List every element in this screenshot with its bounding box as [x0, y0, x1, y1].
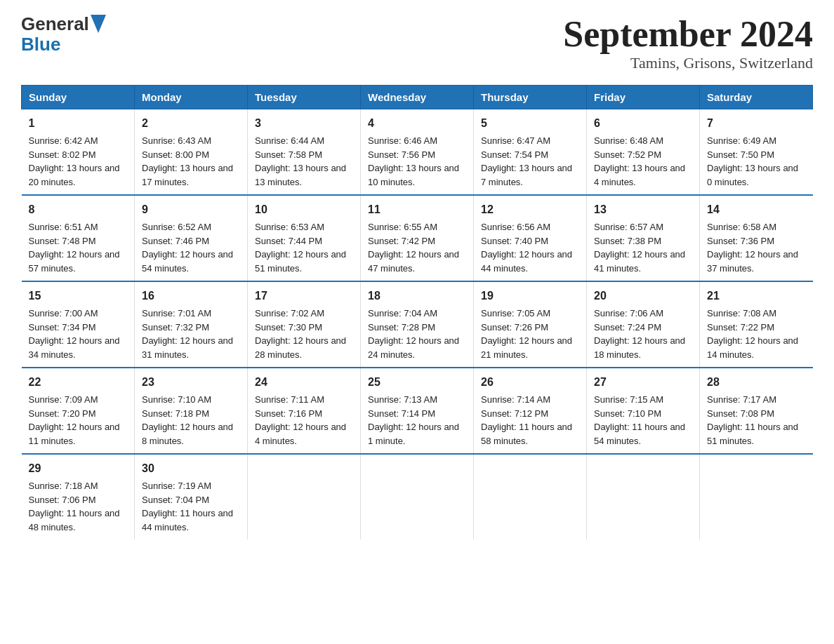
calendar-cell: [700, 454, 813, 539]
logo-general-text: General: [21, 14, 89, 34]
calendar-week-row: 15Sunrise: 7:00 AMSunset: 7:34 PMDayligh…: [22, 281, 813, 368]
calendar-cell: 15Sunrise: 7:00 AMSunset: 7:34 PMDayligh…: [22, 281, 135, 368]
calendar-cell: 16Sunrise: 7:01 AMSunset: 7:32 PMDayligh…: [135, 281, 248, 368]
calendar-cell: 18Sunrise: 7:04 AMSunset: 7:28 PMDayligh…: [361, 281, 474, 368]
calendar-cell: [587, 454, 700, 539]
calendar-cell: 3Sunrise: 6:44 AMSunset: 7:58 PMDaylight…: [248, 109, 361, 196]
calendar-cell: [361, 454, 474, 539]
calendar-week-row: 1Sunrise: 6:42 AMSunset: 8:02 PMDaylight…: [22, 109, 813, 196]
calendar-table: SundayMondayTuesdayWednesdayThursdayFrid…: [21, 85, 813, 539]
calendar-week-row: 22Sunrise: 7:09 AMSunset: 7:20 PMDayligh…: [22, 368, 813, 454]
day-info: Sunrise: 6:42 AMSunset: 8:02 PMDaylight:…: [29, 134, 128, 189]
day-info: Sunrise: 7:05 AMSunset: 7:26 PMDaylight:…: [481, 307, 579, 361]
day-number: 4: [368, 115, 466, 132]
day-number: 6: [594, 115, 692, 132]
weekday-header-sunday: Sunday: [22, 86, 135, 109]
weekday-header-monday: Monday: [135, 86, 248, 109]
day-number: 26: [481, 374, 579, 391]
logo-blue-text: Blue: [21, 34, 60, 55]
calendar-cell: 10Sunrise: 6:53 AMSunset: 7:44 PMDayligh…: [248, 195, 361, 281]
day-info: Sunrise: 6:58 AMSunset: 7:36 PMDaylight:…: [707, 220, 806, 275]
day-number: 2: [142, 115, 240, 132]
calendar-cell: 20Sunrise: 7:06 AMSunset: 7:24 PMDayligh…: [587, 281, 700, 368]
day-info: Sunrise: 6:51 AMSunset: 7:48 PMDaylight:…: [29, 220, 128, 275]
calendar-cell: 30Sunrise: 7:19 AMSunset: 7:04 PMDayligh…: [135, 454, 248, 539]
calendar-cell: 26Sunrise: 7:14 AMSunset: 7:12 PMDayligh…: [474, 368, 587, 454]
calendar-cell: 29Sunrise: 7:18 AMSunset: 7:06 PMDayligh…: [22, 454, 135, 539]
day-info: Sunrise: 7:13 AMSunset: 7:14 PMDaylight:…: [368, 393, 466, 448]
day-number: 12: [481, 201, 579, 218]
day-number: 13: [594, 201, 692, 218]
day-number: 25: [368, 374, 466, 391]
day-info: Sunrise: 6:57 AMSunset: 7:38 PMDaylight:…: [594, 220, 692, 275]
day-number: 9: [142, 201, 240, 218]
title-block: September 2024 Tamins, Grisons, Switzerl…: [563, 14, 813, 72]
calendar-cell: 4Sunrise: 6:46 AMSunset: 7:56 PMDaylight…: [361, 109, 474, 196]
day-number: 5: [481, 115, 579, 132]
day-info: Sunrise: 6:48 AMSunset: 7:52 PMDaylight:…: [594, 134, 692, 189]
day-number: 23: [142, 374, 240, 391]
calendar-cell: 24Sunrise: 7:11 AMSunset: 7:16 PMDayligh…: [248, 368, 361, 454]
calendar-cell: 11Sunrise: 6:55 AMSunset: 7:42 PMDayligh…: [361, 195, 474, 281]
day-info: Sunrise: 7:04 AMSunset: 7:28 PMDaylight:…: [368, 307, 466, 361]
calendar-cell: 7Sunrise: 6:49 AMSunset: 7:50 PMDaylight…: [700, 109, 813, 196]
calendar-cell: 2Sunrise: 6:43 AMSunset: 8:00 PMDaylight…: [135, 109, 248, 196]
page-title: September 2024: [563, 14, 813, 54]
day-info: Sunrise: 7:11 AMSunset: 7:16 PMDaylight:…: [255, 393, 353, 448]
day-info: Sunrise: 7:08 AMSunset: 7:22 PMDaylight:…: [707, 307, 806, 361]
day-number: 7: [707, 115, 806, 132]
calendar-header-row: SundayMondayTuesdayWednesdayThursdayFrid…: [22, 86, 813, 109]
day-number: 27: [594, 374, 692, 391]
day-number: 17: [255, 288, 353, 304]
calendar-cell: 1Sunrise: 6:42 AMSunset: 8:02 PMDaylight…: [22, 109, 135, 196]
day-info: Sunrise: 7:19 AMSunset: 7:04 PMDaylight:…: [142, 479, 240, 534]
calendar-cell: 14Sunrise: 6:58 AMSunset: 7:36 PMDayligh…: [700, 195, 813, 281]
calendar-cell: 23Sunrise: 7:10 AMSunset: 7:18 PMDayligh…: [135, 368, 248, 454]
day-number: 11: [368, 201, 466, 218]
day-number: 24: [255, 374, 353, 391]
logo: General Blue: [21, 14, 106, 54]
day-number: 18: [368, 288, 466, 304]
calendar-week-row: 29Sunrise: 7:18 AMSunset: 7:06 PMDayligh…: [22, 454, 813, 539]
calendar-cell: 28Sunrise: 7:17 AMSunset: 7:08 PMDayligh…: [700, 368, 813, 454]
calendar-cell: 27Sunrise: 7:15 AMSunset: 7:10 PMDayligh…: [587, 368, 700, 454]
page-subtitle: Tamins, Grisons, Switzerland: [563, 54, 813, 72]
day-info: Sunrise: 7:06 AMSunset: 7:24 PMDaylight:…: [594, 307, 692, 361]
day-number: 28: [707, 374, 806, 391]
weekday-header-tuesday: Tuesday: [248, 86, 361, 109]
page-header: General Blue September 2024 Tamins, Gris…: [21, 14, 813, 72]
day-number: 22: [29, 374, 128, 391]
calendar-cell: [248, 454, 361, 539]
day-info: Sunrise: 7:09 AMSunset: 7:20 PMDaylight:…: [29, 393, 128, 448]
day-info: Sunrise: 6:44 AMSunset: 7:58 PMDaylight:…: [255, 134, 353, 189]
day-info: Sunrise: 6:53 AMSunset: 7:44 PMDaylight:…: [255, 220, 353, 275]
day-number: 16: [142, 288, 240, 304]
calendar-cell: 6Sunrise: 6:48 AMSunset: 7:52 PMDaylight…: [587, 109, 700, 196]
day-info: Sunrise: 6:55 AMSunset: 7:42 PMDaylight:…: [368, 220, 466, 275]
calendar-cell: 25Sunrise: 7:13 AMSunset: 7:14 PMDayligh…: [361, 368, 474, 454]
day-number: 14: [707, 201, 806, 218]
calendar-cell: 12Sunrise: 6:56 AMSunset: 7:40 PMDayligh…: [474, 195, 587, 281]
logo-arrow-icon: [91, 15, 106, 33]
day-info: Sunrise: 7:00 AMSunset: 7:34 PMDaylight:…: [29, 307, 128, 361]
day-number: 19: [481, 288, 579, 304]
calendar-cell: [474, 454, 587, 539]
day-number: 8: [29, 201, 128, 218]
weekday-header-wednesday: Wednesday: [361, 86, 474, 109]
day-info: Sunrise: 7:01 AMSunset: 7:32 PMDaylight:…: [142, 307, 240, 361]
day-info: Sunrise: 6:43 AMSunset: 8:00 PMDaylight:…: [142, 134, 240, 189]
day-info: Sunrise: 7:10 AMSunset: 7:18 PMDaylight:…: [142, 393, 240, 448]
calendar-cell: 22Sunrise: 7:09 AMSunset: 7:20 PMDayligh…: [22, 368, 135, 454]
day-info: Sunrise: 6:56 AMSunset: 7:40 PMDaylight:…: [481, 220, 579, 275]
day-number: 1: [29, 115, 128, 132]
calendar-cell: 8Sunrise: 6:51 AMSunset: 7:48 PMDaylight…: [22, 195, 135, 281]
calendar-cell: 5Sunrise: 6:47 AMSunset: 7:54 PMDaylight…: [474, 109, 587, 196]
day-info: Sunrise: 7:14 AMSunset: 7:12 PMDaylight:…: [481, 393, 579, 448]
day-info: Sunrise: 7:02 AMSunset: 7:30 PMDaylight:…: [255, 307, 353, 361]
day-number: 10: [255, 201, 353, 218]
day-info: Sunrise: 6:49 AMSunset: 7:50 PMDaylight:…: [707, 134, 806, 189]
day-number: 3: [255, 115, 353, 132]
calendar-cell: 19Sunrise: 7:05 AMSunset: 7:26 PMDayligh…: [474, 281, 587, 368]
day-info: Sunrise: 6:47 AMSunset: 7:54 PMDaylight:…: [481, 134, 579, 189]
calendar-cell: 13Sunrise: 6:57 AMSunset: 7:38 PMDayligh…: [587, 195, 700, 281]
